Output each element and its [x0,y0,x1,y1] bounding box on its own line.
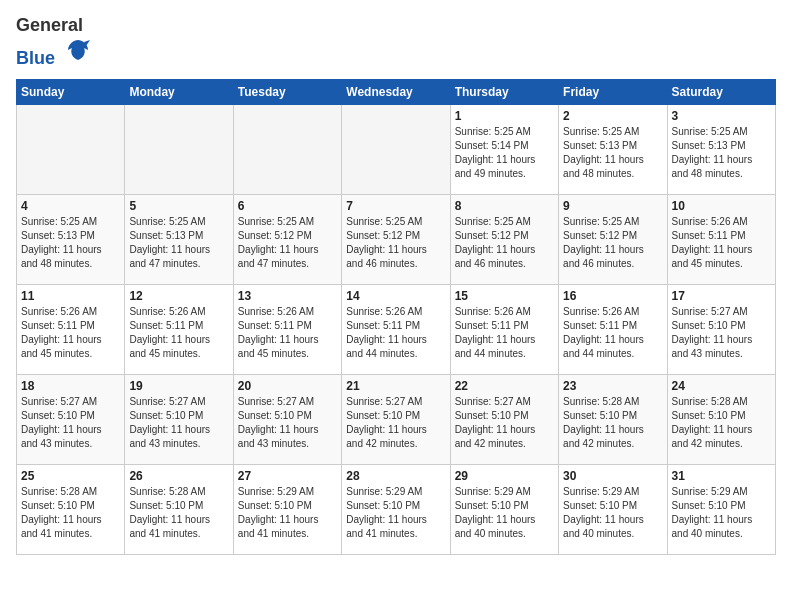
day-info: Sunrise: 5:27 AM Sunset: 5:10 PM Dayligh… [21,395,120,451]
day-number: 17 [672,289,771,303]
day-number: 27 [238,469,337,483]
day-info: Sunrise: 5:28 AM Sunset: 5:10 PM Dayligh… [672,395,771,451]
calendar-cell: 26Sunrise: 5:28 AM Sunset: 5:10 PM Dayli… [125,464,233,554]
day-info: Sunrise: 5:25 AM Sunset: 5:13 PM Dayligh… [563,125,662,181]
day-info: Sunrise: 5:25 AM Sunset: 5:13 PM Dayligh… [129,215,228,271]
day-number: 29 [455,469,554,483]
logo-blue: Blue [16,48,55,68]
day-number: 21 [346,379,445,393]
day-number: 18 [21,379,120,393]
day-number: 5 [129,199,228,213]
weekday-header-sunday: Sunday [17,79,125,104]
day-info: Sunrise: 5:27 AM Sunset: 5:10 PM Dayligh… [672,305,771,361]
calendar-cell: 14Sunrise: 5:26 AM Sunset: 5:11 PM Dayli… [342,284,450,374]
day-info: Sunrise: 5:27 AM Sunset: 5:10 PM Dayligh… [346,395,445,451]
weekday-header-saturday: Saturday [667,79,775,104]
day-info: Sunrise: 5:25 AM Sunset: 5:14 PM Dayligh… [455,125,554,181]
day-number: 2 [563,109,662,123]
calendar-cell: 21Sunrise: 5:27 AM Sunset: 5:10 PM Dayli… [342,374,450,464]
logo-bird-icon [64,36,92,64]
day-info: Sunrise: 5:28 AM Sunset: 5:10 PM Dayligh… [21,485,120,541]
day-info: Sunrise: 5:26 AM Sunset: 5:11 PM Dayligh… [563,305,662,361]
calendar-week-row: 1Sunrise: 5:25 AM Sunset: 5:14 PM Daylig… [17,104,776,194]
calendar-cell: 17Sunrise: 5:27 AM Sunset: 5:10 PM Dayli… [667,284,775,374]
day-number: 13 [238,289,337,303]
day-info: Sunrise: 5:26 AM Sunset: 5:11 PM Dayligh… [672,215,771,271]
day-info: Sunrise: 5:26 AM Sunset: 5:11 PM Dayligh… [238,305,337,361]
day-number: 12 [129,289,228,303]
logo: General Blue [16,16,92,69]
day-info: Sunrise: 5:29 AM Sunset: 5:10 PM Dayligh… [346,485,445,541]
day-info: Sunrise: 5:29 AM Sunset: 5:10 PM Dayligh… [238,485,337,541]
calendar-week-row: 18Sunrise: 5:27 AM Sunset: 5:10 PM Dayli… [17,374,776,464]
day-info: Sunrise: 5:25 AM Sunset: 5:12 PM Dayligh… [455,215,554,271]
calendar-cell: 18Sunrise: 5:27 AM Sunset: 5:10 PM Dayli… [17,374,125,464]
calendar-cell: 22Sunrise: 5:27 AM Sunset: 5:10 PM Dayli… [450,374,558,464]
day-info: Sunrise: 5:28 AM Sunset: 5:10 PM Dayligh… [563,395,662,451]
day-info: Sunrise: 5:29 AM Sunset: 5:10 PM Dayligh… [563,485,662,541]
calendar-cell: 10Sunrise: 5:26 AM Sunset: 5:11 PM Dayli… [667,194,775,284]
day-number: 23 [563,379,662,393]
day-info: Sunrise: 5:25 AM Sunset: 5:13 PM Dayligh… [672,125,771,181]
calendar-cell: 16Sunrise: 5:26 AM Sunset: 5:11 PM Dayli… [559,284,667,374]
day-number: 7 [346,199,445,213]
calendar-cell: 9Sunrise: 5:25 AM Sunset: 5:12 PM Daylig… [559,194,667,284]
day-number: 9 [563,199,662,213]
weekday-header-wednesday: Wednesday [342,79,450,104]
weekday-header-thursday: Thursday [450,79,558,104]
calendar-cell: 12Sunrise: 5:26 AM Sunset: 5:11 PM Dayli… [125,284,233,374]
day-info: Sunrise: 5:29 AM Sunset: 5:10 PM Dayligh… [672,485,771,541]
day-info: Sunrise: 5:28 AM Sunset: 5:10 PM Dayligh… [129,485,228,541]
day-number: 16 [563,289,662,303]
calendar-cell: 30Sunrise: 5:29 AM Sunset: 5:10 PM Dayli… [559,464,667,554]
day-info: Sunrise: 5:25 AM Sunset: 5:12 PM Dayligh… [563,215,662,271]
page-header: General Blue [16,16,776,69]
day-number: 1 [455,109,554,123]
day-info: Sunrise: 5:27 AM Sunset: 5:10 PM Dayligh… [129,395,228,451]
calendar-cell: 31Sunrise: 5:29 AM Sunset: 5:10 PM Dayli… [667,464,775,554]
calendar-cell: 27Sunrise: 5:29 AM Sunset: 5:10 PM Dayli… [233,464,341,554]
day-number: 30 [563,469,662,483]
day-number: 31 [672,469,771,483]
day-number: 25 [21,469,120,483]
day-number: 6 [238,199,337,213]
day-number: 15 [455,289,554,303]
calendar-cell: 5Sunrise: 5:25 AM Sunset: 5:13 PM Daylig… [125,194,233,284]
calendar-cell: 8Sunrise: 5:25 AM Sunset: 5:12 PM Daylig… [450,194,558,284]
day-number: 22 [455,379,554,393]
day-number: 20 [238,379,337,393]
weekday-header-friday: Friday [559,79,667,104]
day-number: 19 [129,379,228,393]
calendar-cell: 25Sunrise: 5:28 AM Sunset: 5:10 PM Dayli… [17,464,125,554]
calendar-cell: 11Sunrise: 5:26 AM Sunset: 5:11 PM Dayli… [17,284,125,374]
day-info: Sunrise: 5:26 AM Sunset: 5:11 PM Dayligh… [129,305,228,361]
day-number: 11 [21,289,120,303]
calendar-cell: 3Sunrise: 5:25 AM Sunset: 5:13 PM Daylig… [667,104,775,194]
day-info: Sunrise: 5:25 AM Sunset: 5:12 PM Dayligh… [346,215,445,271]
day-number: 3 [672,109,771,123]
calendar-cell [233,104,341,194]
calendar-cell: 13Sunrise: 5:26 AM Sunset: 5:11 PM Dayli… [233,284,341,374]
day-number: 8 [455,199,554,213]
calendar-cell [342,104,450,194]
day-number: 28 [346,469,445,483]
calendar-cell: 6Sunrise: 5:25 AM Sunset: 5:12 PM Daylig… [233,194,341,284]
calendar-cell: 1Sunrise: 5:25 AM Sunset: 5:14 PM Daylig… [450,104,558,194]
calendar-table: SundayMondayTuesdayWednesdayThursdayFrid… [16,79,776,555]
day-number: 10 [672,199,771,213]
weekday-header-row: SundayMondayTuesdayWednesdayThursdayFrid… [17,79,776,104]
calendar-cell: 29Sunrise: 5:29 AM Sunset: 5:10 PM Dayli… [450,464,558,554]
day-info: Sunrise: 5:26 AM Sunset: 5:11 PM Dayligh… [346,305,445,361]
day-number: 4 [21,199,120,213]
calendar-week-row: 4Sunrise: 5:25 AM Sunset: 5:13 PM Daylig… [17,194,776,284]
day-info: Sunrise: 5:27 AM Sunset: 5:10 PM Dayligh… [455,395,554,451]
day-info: Sunrise: 5:25 AM Sunset: 5:13 PM Dayligh… [21,215,120,271]
calendar-cell: 7Sunrise: 5:25 AM Sunset: 5:12 PM Daylig… [342,194,450,284]
calendar-cell: 15Sunrise: 5:26 AM Sunset: 5:11 PM Dayli… [450,284,558,374]
day-info: Sunrise: 5:29 AM Sunset: 5:10 PM Dayligh… [455,485,554,541]
weekday-header-monday: Monday [125,79,233,104]
calendar-cell [17,104,125,194]
calendar-cell: 24Sunrise: 5:28 AM Sunset: 5:10 PM Dayli… [667,374,775,464]
day-info: Sunrise: 5:25 AM Sunset: 5:12 PM Dayligh… [238,215,337,271]
day-number: 24 [672,379,771,393]
